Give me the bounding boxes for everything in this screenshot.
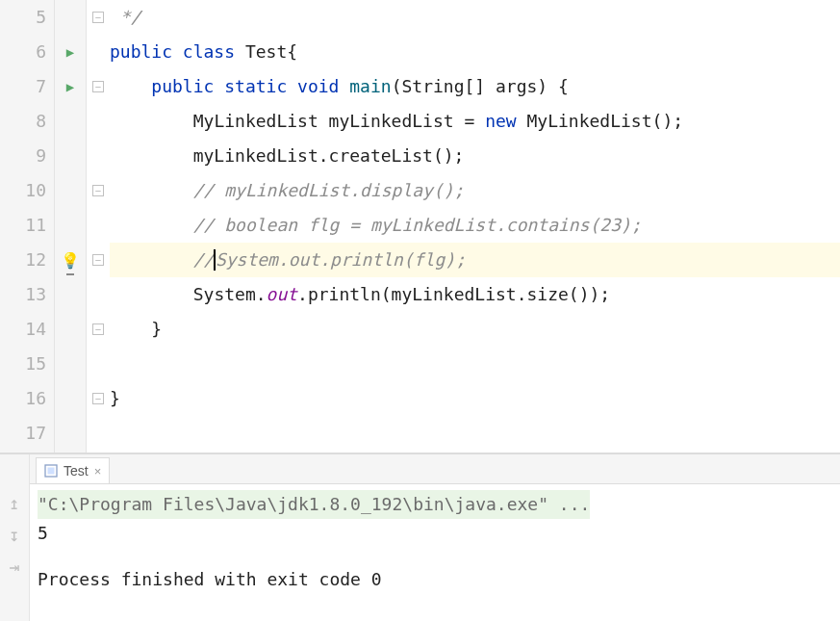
code-text: System. (193, 284, 267, 304)
intention-bulb-icon[interactable]: 💡 (55, 243, 86, 277)
comment-text: // boolean flg = myLinkedList.contains(2… (110, 215, 642, 235)
gutter-line[interactable]: 8 (0, 104, 54, 139)
code-line[interactable]: // myLinkedList.display(); (110, 173, 840, 208)
fold-handle[interactable]: – (87, 381, 110, 416)
run-main: Test × "C:\Program Files\Java\jdk1.8.0_1… (30, 454, 840, 621)
code-text: MyLinkedList(); (527, 111, 684, 131)
comment-text: // myLinkedList.display(); (110, 180, 464, 200)
gutter-icon-blank (55, 312, 86, 347)
gutter-line[interactable]: 15 (0, 347, 54, 381)
gutter-line[interactable]: 12 (0, 243, 54, 277)
gutter-icon-blank (55, 173, 86, 208)
soft-wrap-icon[interactable]: ⇥ (10, 556, 20, 577)
code-line[interactable]: */ (110, 0, 840, 35)
code-line[interactable]: public class Test{ (110, 35, 840, 69)
scroll-up-icon[interactable]: ↥ (10, 493, 20, 513)
keyword: void (297, 76, 349, 96)
indent (110, 284, 193, 304)
code-line[interactable]: } (110, 381, 840, 416)
code-text: (String[] args) { (392, 76, 569, 96)
comment-text: // (193, 249, 215, 270)
code-line[interactable]: MyLinkedList myLinkedList = new MyLinked… (110, 104, 840, 139)
gutter-line[interactable]: 14 (0, 312, 54, 347)
command-text: "C:\Program Files\Java\jdk1.8.0_192\bin\… (38, 490, 590, 519)
fold-handle (87, 104, 110, 139)
run-class-icon[interactable]: ▶ (55, 35, 86, 69)
gutter-icon-blank (55, 139, 86, 173)
gutter-line[interactable]: 16 (0, 381, 54, 416)
run-gutter: ▶ ▶ 💡 (55, 0, 87, 453)
code-text: } (110, 388, 120, 408)
keyword: public (110, 41, 183, 62)
fold-handle (87, 35, 110, 69)
gutter-line[interactable]: 5 (0, 0, 54, 35)
fold-gutter: – – – – – – (87, 0, 110, 453)
keyword: new (485, 111, 526, 131)
run-tabbar: Test × (30, 454, 840, 484)
editor-area: 5 6 7 8 9 10 11 12 13 14 15 16 17 ▶ ▶ 💡 … (0, 0, 840, 453)
run-tab-label: Test (64, 463, 89, 479)
gutter-line[interactable]: 9 (0, 139, 54, 173)
scroll-down-icon[interactable]: ↧ (10, 525, 20, 545)
run-method-icon[interactable]: ▶ (55, 69, 86, 104)
code-text: MyLinkedList myLinkedList = (193, 111, 485, 131)
gutter-icon-blank (55, 416, 86, 451)
lightbulb-icon: 💡 (61, 251, 80, 270)
gutter-icon-blank (55, 104, 86, 139)
indent (110, 249, 193, 270)
gutter-line[interactable]: 17 (0, 416, 54, 451)
code-line[interactable]: public static void main(String[] args) { (110, 69, 840, 104)
bulb-underline (66, 273, 74, 275)
code-line-active[interactable]: //System.out.println(flg); (110, 243, 840, 277)
console-output[interactable]: "C:\Program Files\Java\jdk1.8.0_192\bin\… (30, 484, 840, 621)
gutter-line[interactable]: 10 (0, 173, 54, 208)
indent (110, 111, 193, 131)
gutter-icon-blank (55, 0, 86, 35)
fold-handle (87, 416, 110, 451)
code-text: } (110, 319, 162, 339)
fold-handle[interactable]: – (87, 243, 110, 277)
run-config-icon (44, 464, 58, 478)
indent (110, 76, 151, 96)
run-panel: ↥ ↧ ⇥ Test × "C:\Program Files\Java\jdk1… (0, 453, 840, 621)
fold-handle[interactable]: – (87, 69, 110, 104)
console-exit-line: Process finished with exit code 0 (38, 565, 832, 594)
gutter-icon-blank (55, 277, 86, 312)
static-field: out (267, 284, 298, 304)
gutter-icon-blank (55, 208, 86, 243)
code-area[interactable]: */ public class Test{ public static void… (110, 0, 840, 453)
close-icon[interactable]: × (94, 464, 102, 479)
method-name: main (349, 76, 391, 96)
gutter-icon-blank (55, 381, 86, 416)
code-line[interactable] (110, 347, 840, 381)
code-text: .println(myLinkedList.size()); (297, 284, 610, 304)
fold-handle (87, 139, 110, 173)
console-output-line: 5 (38, 519, 832, 548)
keyword: class (183, 41, 245, 62)
gutter-icon-blank (55, 347, 86, 381)
svg-rect-1 (48, 468, 55, 475)
code-line[interactable] (110, 416, 840, 451)
code-line[interactable]: // boolean flg = myLinkedList.contains(2… (110, 208, 840, 243)
code-line[interactable]: myLinkedList.createList(); (110, 139, 840, 173)
fold-handle (87, 208, 110, 243)
keyword: public (151, 76, 224, 96)
code-line[interactable]: } (110, 312, 840, 347)
comment-text: */ (110, 7, 141, 27)
gutter-line[interactable]: 6 (0, 35, 54, 69)
code-line[interactable]: System.out.println(myLinkedList.size()); (110, 277, 840, 312)
fold-handle (87, 277, 110, 312)
run-tab-test[interactable]: Test × (36, 457, 110, 483)
fold-handle[interactable]: – (87, 0, 110, 35)
comment-text: System.out.println(flg); (216, 249, 466, 270)
class-name: Test{ (245, 41, 297, 62)
gutter-line[interactable]: 13 (0, 277, 54, 312)
fold-handle (87, 347, 110, 381)
fold-handle[interactable]: – (87, 173, 110, 208)
run-toolbar: ↥ ↧ ⇥ (0, 454, 30, 621)
gutter-line[interactable]: 7 (0, 69, 54, 104)
gutter: 5 6 7 8 9 10 11 12 13 14 15 16 17 (0, 0, 55, 453)
code-text: myLinkedList.createList(); (110, 145, 464, 166)
fold-handle[interactable]: – (87, 312, 110, 347)
gutter-line[interactable]: 11 (0, 208, 54, 243)
